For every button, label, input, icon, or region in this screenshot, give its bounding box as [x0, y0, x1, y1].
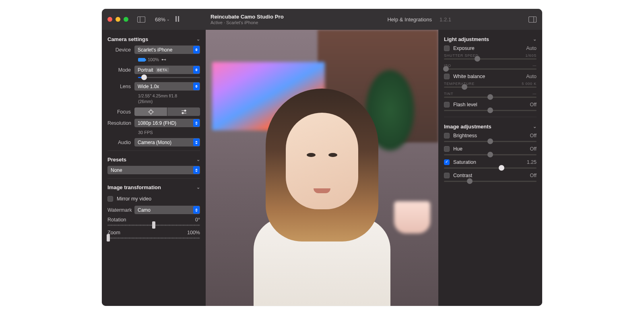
divider: [107, 178, 200, 179]
minimize-button[interactable]: [116, 17, 120, 22]
flash-slider[interactable]: [444, 110, 537, 111]
audio-row: Audio Camera (Mono): [107, 138, 200, 147]
device-row: Device Scarlet's iPhone: [107, 45, 200, 54]
zoom-value: 100%: [187, 230, 200, 235]
lens-info: 1/2.55" 4.25mm f/1.8 (26mm): [138, 93, 200, 104]
resolution-label: Resolution: [107, 120, 134, 126]
slider-thumb[interactable]: [487, 152, 493, 157]
zoom-select[interactable]: 68% ⌄: [155, 17, 170, 23]
contrast-slider[interactable]: [444, 181, 537, 182]
slider-thumb[interactable]: [462, 84, 467, 90]
right-panel: Light adjustments ⌄ Exposure Auto SHUTTE…: [438, 30, 542, 306]
hue-value: Off: [530, 146, 537, 152]
zoom-slider-row: Zoom 100%: [107, 230, 200, 239]
slider-thumb[interactable]: [443, 66, 449, 72]
brightness-checkbox[interactable]: [444, 133, 450, 138]
camera-settings-header[interactable]: Camera settings ⌄: [107, 34, 200, 45]
saturation-slider[interactable]: [444, 167, 537, 169]
mirror-checkbox[interactable]: [107, 196, 113, 202]
wb-row: White balance Auto TEMPERATURE5 000 K TI…: [444, 74, 537, 98]
brightness-slider[interactable]: [444, 141, 537, 142]
watermark-select[interactable]: Camo: [134, 206, 200, 214]
fullscreen-button[interactable]: [124, 17, 128, 22]
slider-thumb[interactable]: [141, 74, 147, 80]
pause-button[interactable]: [175, 16, 180, 23]
lens-select[interactable]: Wide 1.0x: [134, 82, 200, 91]
title-group: Reincubate Camo Studio Pro Active · Scar…: [211, 9, 284, 30]
svg-point-11: [184, 110, 186, 111]
focus-auto-button[interactable]: [134, 107, 167, 116]
transform-header[interactable]: Image transformation ⌄: [107, 182, 200, 194]
flash-label: Flash level: [453, 102, 477, 107]
presets-value: None: [111, 167, 122, 173]
svg-point-12: [182, 112, 184, 114]
help-link[interactable]: Help & Integrations: [387, 17, 432, 23]
chevron-down-icon: ⌄: [533, 124, 537, 129]
usb-icon: ⊷: [161, 57, 166, 62]
flash-checkbox[interactable]: [444, 102, 450, 107]
brightness-label: Brightness: [453, 133, 477, 138]
mirror-row[interactable]: Mirror my video: [107, 196, 200, 202]
presets-select[interactable]: None: [107, 166, 200, 174]
chevron-down-icon: ⌄: [167, 17, 170, 21]
mode-select[interactable]: Portrait BETA: [134, 66, 200, 74]
exposure-checkbox[interactable]: [444, 45, 450, 51]
brightness-value: Off: [530, 133, 537, 138]
watermark-value: Camo: [138, 207, 151, 213]
left-panel-toggle-icon[interactable]: [136, 15, 147, 24]
device-select[interactable]: Scarlet's iPhone: [134, 45, 200, 54]
focus-label: Focus: [107, 109, 134, 115]
stepper-icon: [193, 46, 200, 54]
resolution-row: Resolution 1080p 16:9 (FHD): [107, 119, 200, 127]
portrait-intensity-slider[interactable]: [138, 77, 200, 78]
focus-row: Focus: [107, 107, 200, 116]
stepper-icon: [193, 83, 200, 90]
audio-value: Camera (Mono): [138, 140, 171, 145]
right-panel-toggle-icon[interactable]: [528, 17, 537, 23]
contrast-label: Contrast: [453, 173, 472, 178]
audio-select[interactable]: Camera (Mono): [134, 138, 200, 147]
resolution-select[interactable]: 1080p 16:9 (FHD): [134, 119, 200, 127]
close-button[interactable]: [107, 17, 112, 22]
slider-thumb[interactable]: [475, 56, 480, 62]
slider-thumb[interactable]: [487, 138, 493, 144]
zoom-slider[interactable]: [107, 237, 200, 239]
slider-thumb[interactable]: [487, 94, 493, 100]
stepper-icon: [193, 138, 200, 146]
body: Camera settings ⌄ Device Scarlet's iPhon…: [102, 30, 542, 306]
focus-manual-button[interactable]: [167, 107, 200, 116]
slider-thumb[interactable]: [152, 221, 155, 229]
rotation-value: 0°: [195, 217, 200, 223]
saturation-checkbox[interactable]: [444, 159, 450, 165]
presets-header[interactable]: Presets ⌄: [107, 154, 200, 166]
svg-point-4: [149, 110, 153, 114]
rotation-slider[interactable]: [107, 225, 200, 226]
image-adjustments-header[interactable]: Image adjustments ⌄: [444, 121, 537, 133]
video-preview: [206, 30, 438, 306]
saturation-row: Saturation 1.25: [444, 159, 537, 169]
hue-checkbox[interactable]: [444, 146, 450, 152]
contrast-checkbox[interactable]: [444, 173, 450, 178]
exposure-row: Exposure Auto SHUTTER SPEED1/60S ISO—: [444, 45, 537, 70]
watermark-row: Watermark Camo: [107, 206, 200, 214]
slider-thumb[interactable]: [467, 178, 473, 184]
iso-slider[interactable]: [444, 68, 537, 70]
svg-rect-2: [529, 17, 537, 22]
light-adjustments-header[interactable]: Light adjustments ⌄: [444, 34, 537, 45]
slider-thumb[interactable]: [487, 107, 493, 113]
section-title: Camera settings: [107, 36, 148, 42]
chevron-down-icon: ⌄: [196, 185, 200, 190]
saturation-label: Saturation: [453, 159, 476, 165]
left-panel: Camera settings ⌄ Device Scarlet's iPhon…: [102, 30, 206, 306]
hue-slider[interactable]: [444, 154, 537, 155]
section-title: Image adjustments: [444, 124, 491, 130]
shutter-slider[interactable]: [444, 58, 537, 60]
slider-thumb[interactable]: [107, 234, 110, 242]
slider-thumb[interactable]: [499, 165, 504, 171]
watermark-label: Watermark: [107, 207, 134, 213]
wb-checkbox[interactable]: [444, 74, 450, 79]
tint-slider[interactable]: [444, 97, 537, 98]
temp-slider[interactable]: [444, 87, 537, 88]
resolution-value: 1080p 16:9 (FHD): [138, 120, 176, 126]
mirror-label: Mirror my video: [117, 196, 151, 202]
